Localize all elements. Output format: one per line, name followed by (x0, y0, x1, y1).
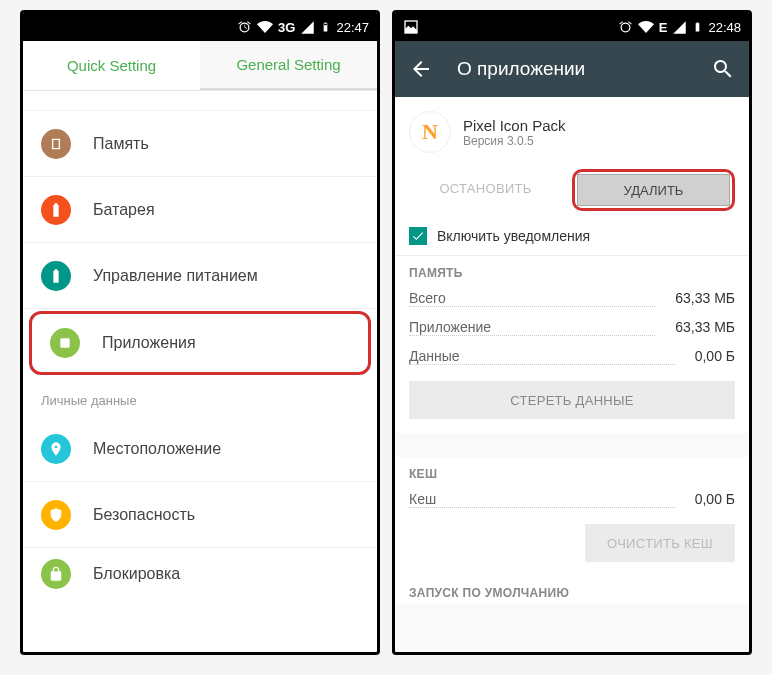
power-icon (41, 261, 71, 291)
battery-icon (320, 19, 331, 35)
network-label: E (659, 20, 668, 35)
notifications-label: Включить уведомления (437, 228, 590, 244)
label: Безопасность (93, 506, 195, 524)
network-label: 3G (278, 20, 295, 35)
signal-icon (300, 20, 315, 35)
list-item-security[interactable]: Безопасность (23, 482, 377, 548)
label: Управление питанием (93, 267, 258, 285)
launch-section: ЗАПУСК ПО УМОЛЧАНИЮ (395, 576, 749, 604)
clear-data-button[interactable]: СТЕРЕТЬ ДАННЫЕ (409, 381, 735, 419)
tab-quick[interactable]: Quick Setting (23, 41, 200, 90)
row-cache: Кеш0,00 Б (395, 485, 749, 514)
wifi-icon (638, 19, 654, 35)
wifi-icon (257, 19, 273, 35)
app-icon: N (409, 111, 451, 153)
label: Блокировка (93, 565, 180, 583)
settings-list: Память Батарея Управление питанием Прило… (23, 91, 377, 652)
row-total: Всего63,33 МБ (395, 284, 749, 313)
memory-icon (41, 129, 71, 159)
list-item[interactable] (23, 91, 377, 111)
settings-screen: 3G 22:47 Quick Setting General Setting П… (20, 10, 380, 655)
checkbox-checked-icon[interactable] (409, 227, 427, 245)
row-data: Данные0,00 Б (395, 342, 749, 371)
list-item-apps[interactable]: Приложения (32, 314, 368, 372)
clock: 22:47 (336, 20, 369, 35)
section-header: КЕШ (395, 457, 749, 485)
label: Местоположение (93, 440, 221, 458)
memory-section: ПАМЯТЬ Всего63,33 МБ Приложение63,33 МБ … (395, 256, 749, 433)
tabs: Quick Setting General Setting (23, 41, 377, 91)
screenshot-icon (403, 19, 419, 35)
row-app: Приложение63,33 МБ (395, 313, 749, 342)
lock-icon (41, 559, 71, 589)
battery-icon (692, 19, 703, 35)
signal-icon (672, 20, 687, 35)
section-header: ЗАПУСК ПО УМОЛЧАНИЮ (395, 576, 749, 604)
notifications-row[interactable]: Включить уведомления (395, 221, 749, 256)
alarm-icon (618, 20, 633, 35)
list-item-lock[interactable]: Блокировка (23, 548, 377, 600)
search-button[interactable] (711, 57, 735, 81)
label: Батарея (93, 201, 155, 219)
highlight-delete: УДАЛИТЬ (572, 169, 735, 211)
back-button[interactable] (409, 57, 433, 81)
app-name: Pixel Icon Pack (463, 117, 566, 134)
tab-general[interactable]: General Setting (200, 41, 377, 90)
delete-button[interactable]: УДАЛИТЬ (577, 174, 730, 206)
shield-icon (41, 500, 71, 530)
svg-rect-0 (325, 24, 328, 25)
app-version: Версия 3.0.5 (463, 134, 566, 148)
list-item-location[interactable]: Местоположение (23, 416, 377, 482)
location-icon (41, 434, 71, 464)
list-item-memory[interactable]: Память (23, 111, 377, 177)
action-buttons: ОСТАНОВИТЬ УДАЛИТЬ (395, 163, 749, 221)
clear-cache-button[interactable]: ОЧИСТИТЬ КЕШ (585, 524, 735, 562)
list-item-power[interactable]: Управление питанием (23, 243, 377, 309)
clock: 22:48 (708, 20, 741, 35)
list-item-battery[interactable]: Батарея (23, 177, 377, 243)
app-header: N Pixel Icon Pack Версия 3.0.5 (395, 97, 749, 163)
cache-section: КЕШ Кеш0,00 Б ОЧИСТИТЬ КЕШ (395, 457, 749, 576)
app-info-screen: E 22:48 О приложении N Pixel Icon Pack В… (392, 10, 752, 655)
status-bar: E 22:48 (395, 13, 749, 41)
page-title: О приложении (457, 58, 711, 80)
section-header: ПАМЯТЬ (395, 256, 749, 284)
label: Память (93, 135, 149, 153)
stop-button[interactable]: ОСТАНОВИТЬ (409, 169, 562, 207)
status-bar: 3G 22:47 (23, 13, 377, 41)
label: Приложения (102, 334, 196, 352)
battery-setting-icon (41, 195, 71, 225)
section-personal: Личные данные (23, 377, 377, 416)
alarm-icon (237, 20, 252, 35)
highlight-apps: Приложения (29, 311, 371, 375)
apps-icon (50, 328, 80, 358)
svg-rect-1 (60, 338, 69, 347)
appbar: О приложении (395, 41, 749, 97)
